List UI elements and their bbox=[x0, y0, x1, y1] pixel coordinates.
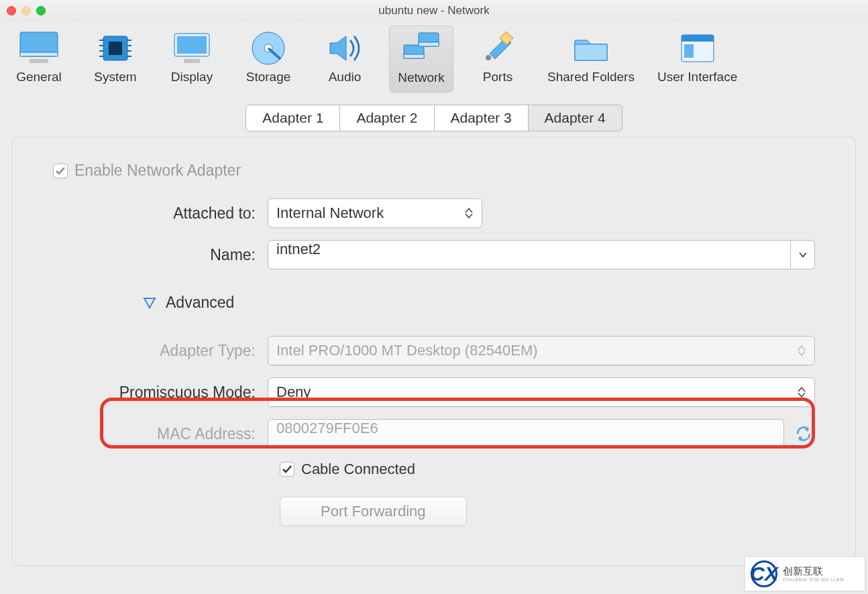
titlebar: ubuntu new - Network bbox=[0, 0, 868, 21]
refresh-icon bbox=[795, 425, 812, 442]
adapter-type-label: Adapter Type: bbox=[40, 342, 268, 360]
enable-adapter-checkbox[interactable] bbox=[53, 164, 68, 178]
watermark-logo: CX bbox=[751, 560, 777, 587]
port-forwarding-row: Port Forwarding bbox=[280, 497, 815, 526]
attached-to-label: Attached to: bbox=[40, 204, 268, 223]
watermark-title: 创新互联 bbox=[783, 566, 845, 577]
svg-rect-27 bbox=[684, 44, 694, 58]
disk-icon bbox=[247, 29, 290, 67]
name-dropdown-button[interactable] bbox=[791, 240, 815, 270]
watermark: CX 创新互联 CHUANG XIN HU LIAN bbox=[745, 556, 865, 591]
display-icon bbox=[170, 29, 213, 67]
attached-to-row: Attached to: Internal Network bbox=[40, 198, 815, 228]
svg-point-23 bbox=[486, 55, 491, 60]
tab-adapter-2[interactable]: Adapter 2 bbox=[340, 105, 434, 131]
category-user-interface[interactable]: User Interface bbox=[652, 25, 743, 93]
adapter-panel: Enable Network Adapter Attached to: Inte… bbox=[12, 137, 856, 566]
category-label: User Interface bbox=[657, 70, 737, 84]
svg-rect-24 bbox=[575, 44, 607, 60]
category-label: Audio bbox=[329, 70, 362, 84]
attached-to-select[interactable]: Internal Network bbox=[268, 198, 482, 228]
svg-rect-1 bbox=[20, 52, 58, 56]
promiscuous-label: Promiscuous Mode: bbox=[40, 383, 268, 402]
category-label: Network bbox=[398, 70, 445, 85]
speaker-icon bbox=[323, 29, 366, 67]
watermark-text: 创新互联 CHUANG XIN HU LIAN bbox=[783, 566, 845, 582]
attached-to-value: Internal Network bbox=[276, 204, 384, 222]
monitor-icon bbox=[17, 29, 60, 67]
mac-address-value: 0800279FF0E6 bbox=[276, 420, 378, 436]
cable-connected-row: Cable Connected bbox=[280, 461, 815, 478]
promiscuous-value: Deny bbox=[276, 383, 311, 401]
category-label: Ports bbox=[483, 70, 512, 84]
name-input[interactable]: intnet2 bbox=[268, 240, 791, 270]
name-value: intnet2 bbox=[276, 241, 321, 257]
adapter-type-value: Intel PRO/1000 MT Desktop (82540EM) bbox=[276, 342, 538, 359]
tab-adapter-1[interactable]: Adapter 1 bbox=[246, 105, 340, 131]
settings-window: ubuntu new - Network General System Disp… bbox=[0, 0, 868, 594]
network-icon bbox=[400, 30, 443, 68]
category-label: Display bbox=[171, 70, 213, 84]
updown-icon bbox=[463, 208, 475, 219]
updown-icon bbox=[796, 345, 808, 356]
adapter-type-select: Intel PRO/1000 MT Desktop (82540EM) bbox=[268, 336, 815, 365]
category-audio[interactable]: Audio bbox=[313, 25, 377, 93]
category-system[interactable]: System bbox=[83, 25, 148, 93]
svg-rect-26 bbox=[682, 35, 714, 42]
category-storage[interactable]: Storage bbox=[236, 25, 301, 93]
watermark-sub: CHUANG XIN HU LIAN bbox=[783, 577, 845, 582]
folder-icon bbox=[569, 29, 612, 67]
ui-icon bbox=[676, 29, 719, 67]
mac-address-label: MAC Address: bbox=[40, 425, 268, 443]
category-shared-folders[interactable]: Shared Folders bbox=[542, 25, 640, 93]
ports-icon bbox=[476, 29, 519, 67]
category-network[interactable]: Network bbox=[389, 25, 453, 93]
category-general[interactable]: General bbox=[7, 25, 71, 93]
category-label: System bbox=[94, 70, 136, 84]
mac-refresh-button[interactable] bbox=[792, 422, 815, 445]
tab-adapter-3[interactable]: Adapter 3 bbox=[435, 105, 529, 131]
enable-adapter-row: Enable Network Adapter bbox=[53, 162, 815, 180]
disclosure-triangle-icon bbox=[143, 297, 156, 309]
svg-rect-21 bbox=[419, 42, 439, 46]
adapter-tabs: Adapter 1 Adapter 2 Adapter 3 Adapter 4 bbox=[0, 105, 868, 131]
promiscuous-select[interactable]: Deny bbox=[268, 377, 815, 407]
port-forwarding-button[interactable]: Port Forwarding bbox=[280, 497, 467, 526]
name-label: Name: bbox=[40, 246, 268, 264]
category-toolbar: General System Display Storage Audio bbox=[0, 21, 868, 93]
tab-adapter-4[interactable]: Adapter 4 bbox=[529, 105, 622, 131]
promiscuous-row: Promiscuous Mode: Deny bbox=[40, 377, 815, 407]
mac-address-input[interactable]: 0800279FF0E6 bbox=[268, 419, 784, 449]
category-display[interactable]: Display bbox=[160, 25, 224, 93]
updown-icon bbox=[796, 387, 808, 398]
enable-adapter-label: Enable Network Adapter bbox=[74, 162, 241, 180]
category-label: General bbox=[16, 70, 62, 84]
chevron-down-icon bbox=[798, 251, 808, 258]
adapter-type-row: Adapter Type: Intel PRO/1000 MT Desktop … bbox=[40, 336, 815, 365]
name-row: Name: intnet2 bbox=[40, 240, 815, 270]
advanced-label: Advanced bbox=[166, 294, 234, 312]
mac-address-row: MAC Address: 0800279FF0E6 bbox=[40, 419, 815, 449]
svg-rect-20 bbox=[404, 54, 424, 58]
category-ports[interactable]: Ports bbox=[466, 25, 530, 93]
svg-rect-2 bbox=[30, 59, 48, 63]
category-label: Storage bbox=[246, 70, 291, 84]
svg-rect-14 bbox=[177, 36, 207, 54]
cable-connected-label: Cable Connected bbox=[301, 461, 415, 478]
advanced-toggle[interactable]: Advanced bbox=[143, 294, 815, 312]
svg-rect-4 bbox=[109, 42, 122, 55]
svg-rect-15 bbox=[184, 59, 200, 63]
chip-icon bbox=[94, 29, 137, 67]
window-title: ubuntu new - Network bbox=[0, 4, 868, 17]
cable-connected-checkbox[interactable] bbox=[280, 462, 294, 477]
category-label: Shared Folders bbox=[547, 70, 635, 84]
